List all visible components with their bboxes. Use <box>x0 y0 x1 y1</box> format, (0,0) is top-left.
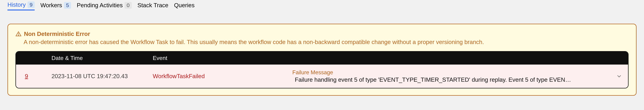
alert-header: Non Deterministic Error <box>16 31 628 37</box>
tab-pending-count: 0 <box>124 2 132 9</box>
chevron-down-icon[interactable] <box>616 73 622 79</box>
tab-queries[interactable]: Queries <box>174 2 195 10</box>
alert-box: Non Deterministic Error A non-determinis… <box>8 24 636 96</box>
tab-bar: History 9 Workers 5 Pending Activities 0… <box>0 1 644 10</box>
tab-pending-activities[interactable]: Pending Activities 0 <box>77 2 132 10</box>
tab-stack-trace[interactable]: Stack Trace <box>138 2 168 10</box>
tab-history-count: 9 <box>28 1 35 8</box>
row-event-type: WorkflowTaskFailed <box>153 73 292 80</box>
row-datetime: 2023-11-08 UTC 19:47:20.43 <box>52 73 153 80</box>
warning-icon <box>16 31 22 37</box>
tab-workers-label: Workers <box>40 2 62 9</box>
tab-workers-count: 5 <box>64 2 71 9</box>
tab-workers[interactable]: Workers 5 <box>40 2 71 10</box>
tab-stack-trace-label: Stack Trace <box>138 2 168 9</box>
alert-title: Non Deterministic Error <box>24 31 90 37</box>
alert-description: A non-deterministic error has caused the… <box>24 39 628 46</box>
failure-message-text: Failure handling event 5 of type 'EVENT_… <box>292 76 605 83</box>
tab-history-label: History <box>8 1 26 8</box>
col-event-header: Event <box>153 55 292 61</box>
event-table: Date & Time Event 9 2023-11-08 UTC 19:47… <box>16 51 628 88</box>
tab-pending-label: Pending Activities <box>77 2 123 9</box>
failure-message-label: Failure Message <box>292 69 605 76</box>
col-datetime-header: Date & Time <box>52 55 153 61</box>
expand-cell <box>610 73 628 79</box>
tab-history[interactable]: History 9 <box>8 1 35 10</box>
table-row[interactable]: 9 2023-11-08 UTC 19:47:20.43 WorkflowTas… <box>16 64 628 88</box>
svg-point-1 <box>18 35 19 35</box>
row-id-cell: 9 <box>16 73 52 80</box>
table-header: Date & Time Event <box>16 52 628 64</box>
row-message-cell: Failure Message Failure handling event 5… <box>292 69 610 83</box>
event-id-link[interactable]: 9 <box>25 73 28 79</box>
tab-queries-label: Queries <box>174 2 195 9</box>
